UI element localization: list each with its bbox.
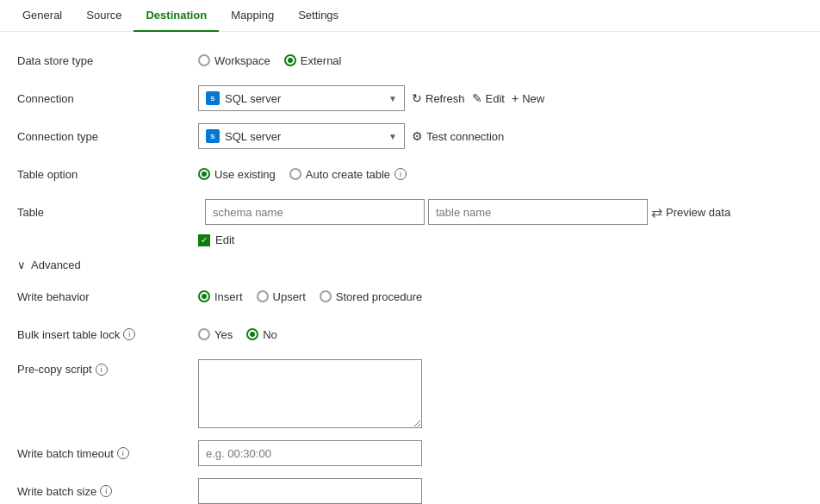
connection-type-dropdown-arrow: ▼ [388,132,397,141]
connection-type-label: Connection type [17,130,198,143]
refresh-label: Refresh [426,92,465,105]
radio-use-existing[interactable]: Use existing [198,168,276,181]
write-behavior-label: Write behavior [17,290,198,303]
bulk-insert-label: Bulk insert table lock i [17,328,198,341]
radio-yes[interactable]: Yes [198,328,233,341]
write-behavior-row: Write behavior Insert Upsert Stored proc… [17,283,803,309]
connection-select[interactable]: S SQL server ▼ [198,85,405,111]
radio-stored-procedure[interactable]: Stored procedure [320,290,422,303]
sql-server-icon: S [206,91,220,105]
write-batch-size-label: Write batch size i [17,485,198,498]
radio-insert-label: Insert [214,290,243,303]
edit-checkbox[interactable] [198,234,210,246]
bulk-insert-control: Yes No [198,328,277,341]
radio-use-existing-input[interactable] [198,168,210,180]
connection-type-select-wrapper[interactable]: S SQL server ▼ [198,123,405,149]
edit-connection-button[interactable]: ✎ Edit [472,91,505,105]
edit-connection-label: Edit [486,92,505,105]
write-batch-size-row: Write batch size i [17,478,803,504]
auto-create-info-icon[interactable]: i [394,168,407,180]
write-batch-size-info-icon[interactable]: i [100,485,112,497]
preview-data-button[interactable]: ⇄ Preview data [651,204,730,221]
radio-auto-create-input[interactable] [289,168,301,180]
preview-data-icon: ⇄ [651,204,662,221]
advanced-toggle[interactable]: ∨ Advanced [17,258,803,271]
schema-name-input[interactable] [205,199,425,225]
advanced-section: ∨ Advanced Write behavior Insert Upsert … [17,258,803,504]
radio-stored-procedure-label: Stored procedure [336,290,422,303]
connection-row: Connection S SQL server ▼ ↻ Refresh ✎ Ed… [17,85,803,111]
radio-workspace[interactable]: Workspace [198,54,270,67]
pre-copy-script-textarea[interactable] [198,359,422,428]
radio-insert-input[interactable] [198,290,210,302]
connection-control: S SQL server ▼ ↻ Refresh ✎ Edit + New [198,85,544,111]
radio-yes-label: Yes [214,328,233,341]
connection-type-select-value: SQL server [225,130,281,143]
radio-external-input[interactable] [284,54,296,66]
write-batch-timeout-row: Write batch timeout i [17,440,803,466]
pre-copy-script-row: Pre-copy script i [17,359,803,428]
bulk-insert-label-text: Bulk insert table lock [17,328,120,341]
test-connection-label: Test connection [426,130,504,143]
advanced-toggle-label: Advanced [31,258,81,271]
write-batch-size-control [198,478,422,504]
refresh-button[interactable]: ↻ Refresh [412,91,465,105]
radio-use-existing-label: Use existing [214,168,276,181]
edit-connection-icon: ✎ [472,91,482,105]
write-batch-size-input[interactable] [198,478,422,504]
tab-destination[interactable]: Destination [134,0,219,32]
connection-type-select[interactable]: S SQL server ▼ [198,123,405,149]
pre-copy-script-label-text: Pre-copy script [17,363,92,376]
radio-auto-create-label: Auto create table [306,168,390,181]
table-option-row: Table option Use existing Auto create ta… [17,161,803,187]
connection-type-row: Connection type S SQL server ▼ ⚙ Test co… [17,123,803,149]
edit-checkbox-wrap[interactable]: Edit [198,233,234,246]
test-connection-button[interactable]: ⚙ Test connection [412,129,504,143]
write-batch-timeout-control [198,440,422,466]
pre-copy-script-label: Pre-copy script i [17,359,198,376]
radio-insert[interactable]: Insert [198,290,243,303]
radio-external-label: External [301,54,342,67]
radio-auto-create[interactable]: Auto create table i [289,168,407,181]
tab-general[interactable]: General [10,0,74,32]
write-batch-timeout-label-text: Write batch timeout [17,447,114,460]
tab-source[interactable]: Source [74,0,134,32]
connection-select-value: SQL server [225,92,281,105]
edit-checkbox-label: Edit [215,233,234,246]
preview-data-label: Preview data [666,206,730,219]
radio-external[interactable]: External [284,54,342,67]
data-store-type-label: Data store type [17,54,198,67]
write-batch-timeout-input[interactable] [198,440,422,466]
tab-bar: General Source Destination Mapping Setti… [0,0,820,32]
table-option-control: Use existing Auto create table i [198,168,407,181]
radio-upsert[interactable]: Upsert [257,290,306,303]
connection-dropdown-arrow: ▼ [388,94,397,103]
radio-stored-procedure-input[interactable] [320,290,332,302]
tab-settings[interactable]: Settings [286,0,351,32]
radio-no-label: No [263,328,277,341]
write-batch-timeout-label: Write batch timeout i [17,447,198,460]
test-connection-icon: ⚙ [412,129,423,143]
data-store-type-control: Workspace External [198,54,342,67]
radio-no-input[interactable] [246,328,258,340]
radio-no[interactable]: No [246,328,277,341]
table-label: Table [17,206,198,219]
radio-workspace-input[interactable] [198,54,210,66]
radio-upsert-input[interactable] [257,290,269,302]
data-store-type-row: Data store type Workspace External [17,47,803,73]
chevron-down-icon: ∨ [17,258,26,271]
table-row: Table ⇄ Preview data Edit [17,199,803,246]
bulk-insert-info-icon[interactable]: i [123,328,135,340]
table-control: ⇄ Preview data [205,199,730,225]
write-behavior-control: Insert Upsert Stored procedure [198,290,422,303]
tab-mapping[interactable]: Mapping [219,0,286,32]
pre-copy-script-info-icon[interactable]: i [96,364,108,376]
new-connection-button[interactable]: + New [512,91,544,105]
connection-select-wrapper[interactable]: S SQL server ▼ [198,85,405,111]
radio-yes-input[interactable] [198,328,210,340]
connection-label: Connection [17,92,198,105]
connection-type-control: S SQL server ▼ ⚙ Test connection [198,123,504,149]
table-name-input[interactable] [428,199,648,225]
write-batch-size-label-text: Write batch size [17,485,96,498]
write-batch-timeout-info-icon[interactable]: i [117,447,129,459]
